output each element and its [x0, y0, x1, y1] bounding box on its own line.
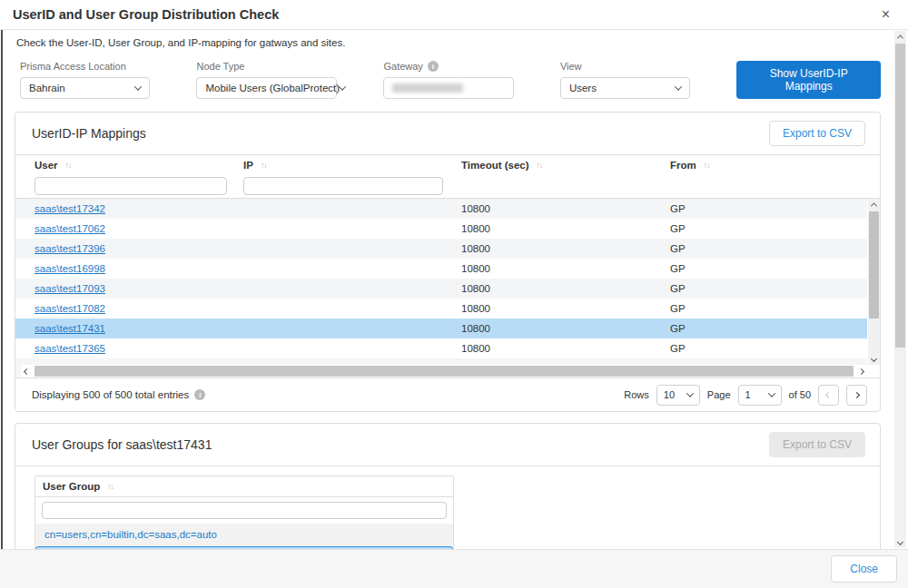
timeout-cell: 10800 [461, 303, 670, 314]
sort-icon[interactable]: ↑↓ [261, 161, 267, 170]
mappings-filter-row [15, 174, 880, 199]
rows-per-page-select[interactable]: 10 [656, 385, 700, 406]
show-mappings-button[interactable]: Show UserID-IP Mappings [736, 61, 881, 99]
prev-page-button[interactable] [818, 385, 839, 406]
table-scrollbar-thumb[interactable] [869, 211, 879, 318]
view-select[interactable]: Users [560, 77, 690, 99]
mappings-table-header: User ↑↓ IP ↑↓ Timeout (sec) ↑↓ From ↑↓ [15, 154, 880, 174]
scroll-up-arrow[interactable] [894, 31, 906, 43]
mappings-title: UserID-IP Mappings [32, 126, 146, 141]
timeout-cell: 10800 [461, 263, 670, 274]
user-groups-title: User Groups for saas\test17431 [32, 437, 212, 452]
chevron-down-icon [134, 83, 142, 90]
modal-scrollbar-thumb[interactable] [895, 44, 905, 348]
from-cell: GP [670, 223, 867, 234]
user-link[interactable]: saas\test17365 [35, 343, 105, 354]
rows-label: Rows [624, 389, 649, 400]
modal-vertical-scrollbar [894, 31, 906, 548]
scroll-up-arrow[interactable] [868, 199, 880, 211]
view-value: Users [569, 83, 597, 93]
col-from-label: From [670, 160, 696, 171]
user-filter-input[interactable] [35, 177, 227, 195]
info-icon[interactable]: i [194, 389, 205, 400]
col-ip[interactable]: IP ↑↓ [243, 160, 461, 171]
location-label: Prisma Access Location [20, 61, 150, 72]
col-user-group[interactable]: User Group ↑↓ [35, 476, 453, 497]
mappings-card-header: UserID-IP Mappings Export to CSV [15, 113, 880, 154]
col-user-label: User [35, 160, 58, 171]
scroll-right-arrow[interactable] [855, 366, 867, 377]
export-csv-button-disabled[interactable]: Export to CSV [769, 432, 865, 457]
modal-body: Check the User-ID, User Group, and IP-ma… [0, 30, 908, 549]
chevron-down-icon [767, 389, 775, 397]
horizontal-scrollbar-thumb[interactable] [35, 366, 854, 377]
body-left-edge [1, 30, 3, 549]
gateway-input[interactable] [383, 77, 513, 99]
page-label: Page [707, 389, 731, 400]
col-user[interactable]: User ↑↓ [35, 160, 243, 171]
page-select[interactable]: 1 [738, 385, 782, 406]
chevron-down-icon [686, 389, 694, 397]
user-group-filter-input[interactable] [42, 502, 447, 519]
from-cell: GP [670, 263, 867, 274]
table-row: saas\test17342 10800 GP [15, 199, 867, 219]
rows-per-page-value: 10 [664, 389, 675, 400]
location-select[interactable]: Bahrain [20, 77, 150, 99]
page-value: 1 [745, 389, 751, 400]
timeout-cell: 10800 [461, 283, 670, 294]
user-link[interactable]: saas\test16998 [35, 263, 105, 274]
pager-controls: Rows 10 Page 1 of 50 [624, 385, 867, 406]
user-groups-card: User Groups for saas\test17431 Export to… [15, 423, 881, 549]
user-link[interactable]: saas\test17396 [35, 243, 105, 254]
display-count-text: Displaying 500 of 500 total entries [32, 389, 189, 400]
node-type-filter: Node Type Mobile Users (GlobalProtect) [196, 61, 337, 99]
user-link[interactable]: saas\test17342 [35, 203, 105, 214]
timeout-cell: 10800 [461, 343, 670, 354]
chevron-down-icon [675, 83, 682, 90]
timeout-cell: 10800 [461, 243, 670, 254]
user-link[interactable]: saas\test17082 [35, 303, 105, 314]
user-groups-header: User Groups for saas\test17431 Export to… [15, 424, 880, 466]
scroll-down-arrow[interactable] [868, 353, 880, 365]
next-page-button[interactable] [846, 385, 867, 406]
chevron-down-icon [339, 83, 346, 90]
table-row-selected: saas\test17431 10800 GP [15, 318, 867, 338]
modal-header: UserID and User Group Distribution Check… [0, 0, 908, 30]
user-link[interactable]: saas\test17062 [35, 223, 105, 234]
from-cell: GP [670, 203, 867, 214]
timeout-cell: 10800 [461, 323, 670, 334]
user-group-row[interactable]: cn=users,cn=builtin,dc=saas,dc=auto [35, 524, 453, 545]
sort-icon[interactable]: ↑↓ [704, 161, 710, 170]
from-cell: GP [670, 303, 867, 314]
timeout-cell: 10800 [461, 203, 670, 214]
scroll-down-arrow[interactable] [894, 536, 906, 548]
divider [15, 466, 880, 466]
info-icon[interactable]: i [428, 61, 439, 72]
col-from[interactable]: From ↑↓ [670, 160, 880, 171]
table-row: saas\test17396 10800 GP [15, 239, 867, 259]
from-cell: GP [670, 243, 867, 254]
col-timeout[interactable]: Timeout (sec) ↑↓ [461, 160, 670, 171]
table-row: saas\test17093 10800 GP [15, 279, 867, 299]
filter-bar: Prisma Access Location Bahrain Node Type… [20, 61, 881, 99]
gateway-label-text: Gateway [383, 61, 422, 72]
close-button[interactable]: Close [831, 555, 897, 583]
view-filter: View Users [560, 61, 690, 99]
node-type-select[interactable]: Mobile Users (GlobalProtect) [196, 77, 337, 99]
user-link[interactable]: saas\test17431 [35, 323, 105, 334]
location-value: Bahrain [29, 83, 65, 93]
sort-icon[interactable]: ↑↓ [65, 161, 72, 170]
user-link[interactable]: saas\test17093 [35, 283, 105, 294]
sort-icon[interactable]: ↑↓ [107, 482, 114, 491]
close-icon[interactable]: × [876, 5, 895, 24]
user-group-row-selected[interactable]: cn=domain users,cn=users,dc=saas,dc=auto [35, 546, 453, 550]
gateway-label: Gateway i [383, 61, 513, 72]
export-csv-button[interactable]: Export to CSV [769, 121, 865, 146]
sort-icon[interactable]: ↑↓ [537, 161, 543, 170]
table-row: saas\test17062 10800 GP [15, 219, 867, 239]
ip-filter-input[interactable] [243, 177, 443, 195]
horizontal-scrollbar [21, 365, 867, 377]
view-label: View [560, 61, 690, 72]
scroll-left-arrow[interactable] [21, 366, 33, 377]
pagination-bar: Displaying 500 of 500 total entries i Ro… [15, 377, 880, 411]
